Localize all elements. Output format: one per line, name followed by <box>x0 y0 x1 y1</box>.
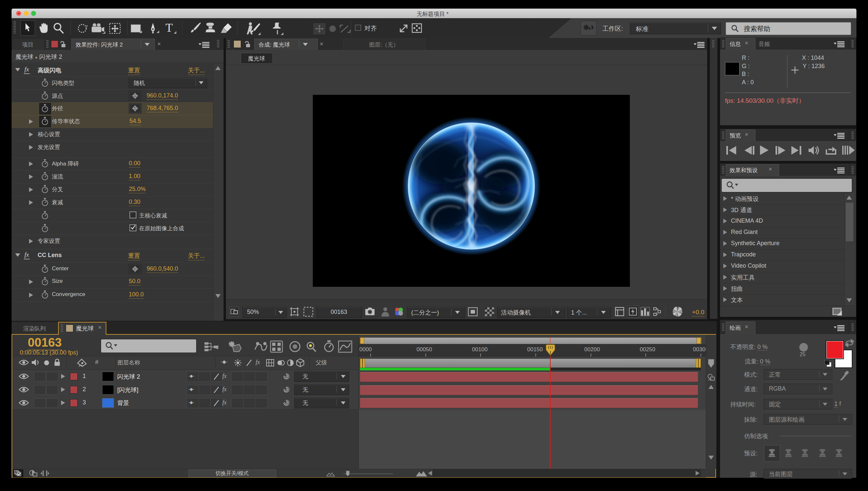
svg-text:T: T <box>166 22 173 34</box>
